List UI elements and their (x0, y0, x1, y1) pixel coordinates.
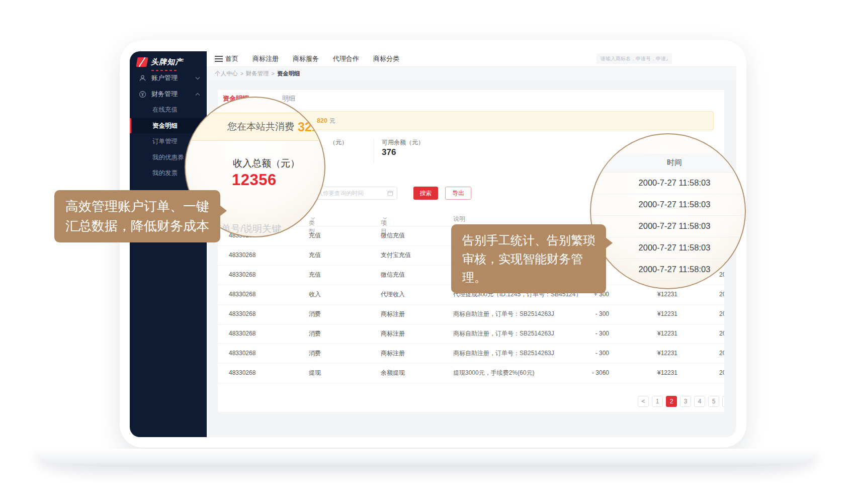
pagination-next-button[interactable] (722, 396, 724, 407)
cell-project: 商标注册 (381, 304, 405, 324)
pagination: < 1 2 3 4 5 (638, 396, 724, 407)
magnifier-right: 时间 2000-7-27 11:58:03 2000-7-27 11:58:03… (590, 133, 746, 289)
header-description: 说明 (453, 215, 465, 223)
cell-order: 48330268 (229, 285, 255, 304)
cell-order: 48330268 (229, 344, 255, 363)
header-type-filter[interactable]: 类型 (309, 215, 315, 222)
cell-balance: ¥12231 (620, 363, 677, 383)
callout-line: 汇总数据，降低财务成本 (65, 216, 209, 236)
cell-type: 消费 (309, 304, 321, 324)
finance-coin-icon (139, 91, 146, 98)
cell-project: 商标注册 (381, 344, 405, 363)
breadcrumb: 个人中心 > 财务管理 > 资金明细 (207, 67, 736, 80)
sidebar-item-label: 我的发票 (152, 169, 178, 178)
cell-order: 48330268 (229, 265, 255, 285)
logo-text: 头牌知产 (151, 57, 183, 67)
magnified-time-row: 2000-7-27 11:58:03 (591, 172, 745, 194)
banner-unit: 元 (329, 117, 335, 125)
magnified-banner-prefix: 您在本站共消费 (227, 120, 294, 133)
pagination-prev-button[interactable]: < (638, 396, 649, 407)
pagination-page-1[interactable]: 1 (652, 396, 663, 407)
sidebar-item-label: 资金明细 (152, 122, 178, 130)
cell-time: 2000-7-27 11:58:03 (719, 324, 724, 344)
sidebar-item-account[interactable]: 账户管理 (130, 70, 207, 86)
cell-time: 2000-7-27 11:58:03 (719, 363, 724, 383)
breadcrumb-separator: > (240, 71, 243, 76)
chevron-down-icon (195, 76, 200, 80)
cell-project: 微信充值 (381, 265, 405, 285)
sidebar-item-label: 在线充值 (152, 106, 178, 114)
callout-line: 理。 (462, 268, 595, 287)
export-button[interactable]: 导出 (445, 187, 471, 200)
sidebar-item-label: 我的优惠券 (152, 153, 184, 162)
available-balance-value: 376 (382, 147, 396, 157)
pagination-page-2-active[interactable]: 2 (666, 396, 677, 407)
magnified-time-header: 时间 (591, 153, 745, 173)
sidebar-item-online-recharge[interactable]: 在线充值 (130, 102, 207, 117)
pagination-page-5[interactable]: 5 (708, 396, 719, 407)
nav-tab-trademark-services[interactable]: 商标服务 (289, 54, 322, 63)
cell-project: 余额提现 (381, 363, 405, 383)
top-nav: 首页 商标注册 商标服务 代理合作 商标分类 (207, 51, 736, 67)
cell-project: 微信充值 (381, 226, 405, 245)
callout-left: 高效管理账户订单、一键 汇总数据，降低财务成本 (54, 190, 220, 242)
cell-order: 48330268 (229, 245, 255, 265)
cell-time: 2000-7-27 11:58:03 (719, 344, 724, 363)
chevron-up-icon (195, 93, 200, 96)
banner-amount-fragment: 820 元 (317, 112, 335, 130)
sidebar-item-label: 订单管理 (152, 137, 178, 146)
magnified-banner: 您在本站共消费 32124 元 (185, 113, 325, 141)
callout-line: 高效管理账户订单、一键 (65, 197, 209, 216)
magnified-time-row: 2000-7-27 11:58:03 (591, 215, 745, 237)
cell-type: 消费 (309, 324, 321, 344)
cell-order: 48330268 (229, 363, 255, 383)
magnified-income-label: 收入总额（元） (233, 157, 300, 170)
header-project-filter[interactable]: 项目 (381, 215, 387, 222)
breadcrumb-finance[interactable]: 财务管理 (246, 70, 269, 77)
cell-project: 代理收入 (381, 285, 405, 304)
user-icon (139, 74, 146, 82)
nav-search (596, 53, 672, 64)
page: 头牌知产 账户管理 财务管理 在线充值 资金明细 (0, 0, 853, 504)
callout-right: 告别手工统计、告别繁琐 审核，实现智能财务管 理。 (451, 224, 606, 293)
cell-order: 48330268 (229, 324, 255, 344)
nav-tab-home[interactable]: 首页 (222, 54, 242, 63)
cell-amount: - 300 (565, 324, 609, 344)
pagination-page-3[interactable]: 3 (680, 396, 691, 407)
search-button[interactable]: 搜索 (413, 187, 438, 200)
nav-tab-trademark-register[interactable]: 商标注册 (249, 54, 282, 63)
sidebar-item-finance[interactable]: 财务管理 (130, 87, 207, 102)
calendar-icon[interactable] (387, 190, 393, 196)
breadcrumb-personal-center[interactable]: 个人中心 (215, 70, 238, 77)
cell-time: 2000-7-27 11:58:03 (719, 285, 724, 304)
cell-type: 收入 (309, 285, 321, 304)
magnified-time-row: 2000-7-27 11:58:03 (591, 237, 745, 259)
magnified-time-row: 2000-7-27 11:58:03 (591, 194, 745, 216)
magnified-income-value: 12356 (232, 171, 277, 189)
laptop-base (35, 449, 818, 467)
cell-balance: ¥12231 (620, 344, 677, 363)
logo-icon (136, 57, 148, 67)
callout-line: 告别手工统计、告别繁琐 (462, 231, 595, 249)
cell-type: 充值 (309, 265, 321, 285)
nav-tab-trademark-classes[interactable]: 商标分类 (370, 54, 403, 63)
cell-amount: - 300 (565, 344, 609, 363)
table-row: 48330268消费商标注册商标自助注册，订单号：SB2514263J- 300… (218, 304, 724, 324)
cell-project: 商标注册 (381, 324, 405, 344)
cell-balance: ¥12231 (620, 304, 677, 324)
stat-divider (374, 139, 374, 163)
trademark-search-input[interactable] (596, 53, 672, 64)
tab-other-details[interactable]: 明细 (282, 94, 295, 103)
cell-type: 充值 (309, 226, 321, 245)
cell-type: 充值 (309, 245, 321, 265)
cell-order: 48330268 (229, 304, 255, 324)
cell-amount: - 300 (565, 304, 609, 324)
callout-line: 审核，实现智能财务管 (462, 249, 595, 268)
nav-tab-agent-cooperation[interactable]: 代理合作 (329, 54, 363, 63)
stat-partial-label: （元） (329, 138, 348, 147)
table-row: 48330268提现余额提现提现3000元，手续费2%(60元)- 3060¥1… (218, 363, 724, 383)
cell-balance: ¥12231 (620, 324, 677, 344)
pagination-page-4[interactable]: 4 (694, 396, 705, 407)
nav-tabs: 首页 商标注册 商标服务 代理合作 商标分类 (222, 51, 403, 66)
logo: 头牌知产 (137, 57, 183, 67)
